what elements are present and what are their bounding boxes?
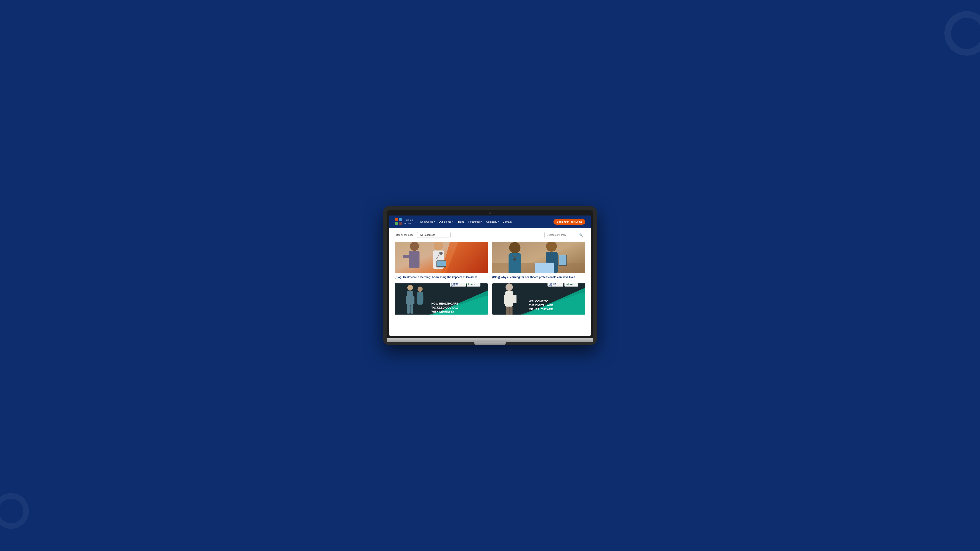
svg-text:WITH LEARNING: WITH LEARNING: [431, 310, 454, 313]
card-3-illustration: HOW HEALTHCARE TACKLED COVID-19 WITH LEA…: [395, 283, 488, 314]
card-3[interactable]: HOW HEALTHCARE TACKLED COVID-19 WITH LEA…: [395, 283, 488, 314]
svg-rect-19: [509, 253, 521, 273]
card-1-image: [395, 242, 488, 273]
card-2-title: (Blog) Why e-learning for healthcare pro…: [492, 275, 585, 279]
svg-rect-1: [399, 218, 402, 221]
svg-text:totara: totara: [468, 283, 475, 286]
svg-rect-34: [411, 296, 414, 304]
card-2-photo: [492, 242, 585, 273]
svg-rect-24: [535, 263, 554, 273]
search-box[interactable]: 🔍: [544, 232, 585, 238]
filter-selected-value: All Resources: [420, 233, 435, 236]
svg-text:THE DIGITAL AGE: THE DIGITAL AGE: [529, 304, 553, 307]
logo-sub: group: [404, 222, 413, 225]
navigation: Hubken group What we do ▾ Our clients ▾: [389, 216, 591, 228]
card-4-webinar: WELCOME TO THE DIGITAL AGE OF HEALTHCARE…: [492, 283, 585, 314]
laptop-stand: [474, 342, 506, 345]
nav-items: What we do ▾ Our clients ▾ Pricing Resou…: [420, 221, 549, 223]
screen-bezel: Hubken group What we do ▾ Our clients ▾: [387, 210, 593, 338]
filter-row: Filter by resource All Resources ▾ 🔍: [395, 232, 585, 238]
svg-rect-2: [395, 222, 398, 225]
nav-resources[interactable]: Resources ▾: [468, 221, 482, 223]
chevron-down-icon: ▾: [434, 221, 435, 222]
svg-text:TACKLED COVID-19: TACKLED COVID-19: [431, 306, 458, 309]
svg-point-6: [410, 242, 419, 251]
card-3-webinar: HOW HEALTHCARE TACKLED COVID-19 WITH LEA…: [395, 283, 488, 314]
card-1-title: (Blog) Healthcare e-learning: Addressing…: [395, 275, 488, 279]
card-2-illustration: [492, 242, 585, 273]
svg-text:OF HEALTHCARE: OF HEALTHCARE: [529, 308, 553, 311]
nav-pricing[interactable]: Pricing: [457, 221, 465, 223]
nav-what-we-do[interactable]: What we do ▾: [420, 221, 435, 223]
svg-text:group: group: [451, 285, 455, 286]
chevron-down-icon: ▾: [447, 234, 448, 236]
laptop-screen: Hubken group What we do ▾ Our clients ▾: [389, 216, 591, 336]
svg-rect-54: [504, 295, 508, 304]
logo-name: Hubken: [404, 219, 413, 222]
svg-rect-56: [506, 306, 509, 314]
chevron-down-icon: ▾: [498, 221, 499, 222]
svg-point-20: [513, 258, 516, 261]
logo-text: Hubken group: [404, 219, 413, 224]
card-3-image: HOW HEALTHCARE TACKLED COVID-19 WITH LEA…: [395, 283, 488, 314]
filter-label: Filter by resource: [395, 233, 414, 236]
svg-rect-35: [407, 305, 410, 314]
svg-text:WELCOME TO: WELCOME TO: [529, 300, 548, 303]
svg-point-11: [440, 252, 443, 255]
card-2-image: [492, 242, 585, 273]
svg-point-52: [506, 284, 513, 291]
card-2[interactable]: (Blog) Why e-learning for healthcare pro…: [492, 242, 585, 279]
svg-rect-8: [403, 255, 412, 258]
svg-rect-7: [409, 251, 419, 268]
card-4[interactable]: WELCOME TO THE DIGITAL AGE OF HEALTHCARE…: [492, 283, 585, 314]
svg-rect-3: [399, 222, 402, 225]
svg-point-18: [509, 242, 520, 253]
logo-icon: [395, 218, 403, 226]
filter-dropdown[interactable]: All Resources ▾: [417, 232, 450, 238]
svg-text:group: group: [549, 285, 552, 286]
card-1[interactable]: (Blog) Healthcare e-learning: Addressing…: [395, 242, 488, 279]
svg-text:HOW HEALTHCARE: HOW HEALTHCARE: [431, 302, 458, 305]
svg-rect-15: [457, 251, 468, 267]
website: Hubken group What we do ▾ Our clients ▾: [389, 216, 591, 336]
svg-rect-13: [437, 261, 445, 266]
book-demo-button[interactable]: Book Your Free Demo: [554, 219, 585, 225]
laptop-base: [387, 338, 593, 342]
camera: [489, 213, 491, 214]
card-4-illustration: WELCOME TO THE DIGITAL AGE OF HEALTHCARE…: [492, 283, 585, 314]
chevron-down-icon: ▾: [481, 221, 482, 222]
svg-rect-57: [509, 306, 512, 314]
svg-text:totara: totara: [565, 283, 573, 286]
svg-rect-33: [406, 296, 409, 304]
nav-company[interactable]: Company ▾: [486, 221, 499, 223]
svg-rect-39: [417, 295, 420, 302]
svg-rect-40: [421, 295, 424, 302]
svg-rect-0: [395, 218, 398, 221]
card-1-photo: [395, 242, 488, 273]
logo[interactable]: Hubken group: [395, 218, 413, 226]
svg-point-37: [418, 287, 423, 292]
svg-rect-36: [410, 305, 414, 314]
card-grid: (Blog) Healthcare e-learning: Addressing…: [395, 242, 585, 315]
card-4-image: WELCOME TO THE DIGITAL AGE OF HEALTHCARE…: [492, 283, 585, 314]
svg-point-31: [407, 285, 413, 291]
svg-point-14: [458, 243, 467, 251]
search-input[interactable]: [547, 233, 578, 236]
svg-rect-55: [513, 295, 517, 303]
chevron-down-icon: ▾: [452, 221, 453, 222]
nav-our-clients[interactable]: Our clients ▾: [439, 221, 453, 223]
laptop-frame: Hubken group What we do ▾ Our clients ▾: [383, 206, 597, 345]
svg-rect-27: [559, 255, 566, 265]
card-1-illustration: [395, 242, 488, 273]
content-area: Filter by resource All Resources ▾ 🔍: [389, 228, 591, 319]
search-icon[interactable]: 🔍: [579, 233, 583, 237]
nav-contact[interactable]: Contact: [503, 221, 512, 223]
